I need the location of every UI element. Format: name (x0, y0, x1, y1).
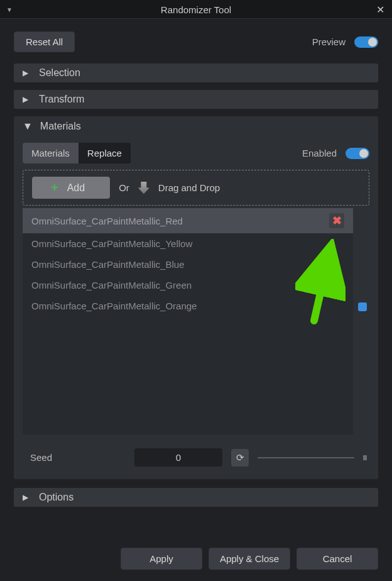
chevron-right-icon: ▶ (23, 69, 31, 77)
reset-all-button[interactable]: Reset All (14, 31, 75, 52)
material-name: OmniSurface_CarPaintMetallic_Red (31, 216, 183, 226)
section-materials: ▼ Materials Materials Replace Enabled + … (14, 116, 378, 479)
section-materials-header[interactable]: ▼ Materials (14, 116, 378, 136)
tab-replace[interactable]: Replace (79, 143, 131, 163)
material-name: OmniSurface_CarPaintMetallic_Yellow (31, 238, 192, 249)
apply-close-button[interactable]: Apply & Close (209, 548, 290, 570)
section-selection[interactable]: ▶ Selection (14, 64, 378, 82)
list-item[interactable]: OmniSurface_CarPaintMetallic_Blue (23, 254, 353, 275)
add-label: Add (67, 182, 85, 194)
marker-icon[interactable] (358, 302, 367, 311)
chevron-right-icon: ▶ (23, 95, 31, 104)
tab-materials[interactable]: Materials (23, 143, 79, 163)
seed-slider[interactable] (258, 457, 354, 458)
section-label: Options (39, 492, 74, 503)
add-drop-zone[interactable]: + Add Or Drag and Drop (23, 170, 369, 206)
preview-label: Preview (312, 36, 346, 47)
refresh-icon: ⟳ (236, 452, 244, 463)
material-name: OmniSurface_CarPaintMetallic_Green (31, 280, 192, 290)
preview-toggle[interactable] (354, 36, 378, 48)
window-title: Randomizer Tool (161, 4, 231, 14)
seed-label: Seed (25, 452, 126, 463)
drag-drop-label: Drag and Drop (158, 182, 220, 193)
menu-indicator-icon[interactable]: ▼ (6, 6, 13, 13)
download-arrow-icon (138, 182, 150, 194)
list-item[interactable]: OmniSurface_CarPaintMetallic_Red ✖ (23, 208, 353, 233)
section-label: Transform (39, 94, 84, 105)
list-item[interactable]: OmniSurface_CarPaintMetallic_Green (23, 275, 353, 296)
marker-lane (358, 208, 369, 434)
plus-icon: + (51, 180, 58, 195)
add-button[interactable]: + Add (32, 177, 110, 199)
materials-list: OmniSurface_CarPaintMetallic_Red ✖ OmniS… (23, 208, 353, 434)
material-name: OmniSurface_CarPaintMetallic_Orange (31, 301, 197, 311)
material-name: OmniSurface_CarPaintMetallic_Blue (31, 259, 184, 270)
title-bar: ▼ Randomizer Tool ✕ (0, 0, 392, 19)
close-icon[interactable]: ✕ (376, 3, 384, 15)
footer-buttons: Apply Apply & Close Cancel (121, 548, 378, 570)
remove-item-button[interactable]: ✖ (329, 213, 344, 228)
section-label: Materials (40, 121, 81, 132)
cancel-button[interactable]: Cancel (297, 548, 378, 570)
enabled-label: Enabled (302, 148, 337, 158)
seed-row: Seed ⟳ (23, 448, 369, 467)
refresh-seed-button[interactable]: ⟳ (231, 449, 249, 467)
seed-input[interactable] (134, 448, 222, 467)
materials-tabs: Materials Replace (23, 143, 131, 163)
apply-button[interactable]: Apply (121, 548, 202, 570)
slider-end-icon (363, 455, 367, 460)
list-item[interactable]: OmniSurface_CarPaintMetallic_Orange (23, 296, 353, 316)
or-label: Or (119, 182, 129, 193)
section-transform[interactable]: ▶ Transform (14, 90, 378, 109)
materials-enabled-toggle[interactable] (346, 148, 369, 159)
chevron-right-icon: ▶ (23, 493, 31, 502)
chevron-down-icon: ▼ (23, 121, 33, 132)
list-item[interactable]: OmniSurface_CarPaintMetallic_Yellow (23, 233, 353, 254)
section-label: Selection (39, 67, 80, 79)
section-options[interactable]: ▶ Options (14, 488, 378, 507)
